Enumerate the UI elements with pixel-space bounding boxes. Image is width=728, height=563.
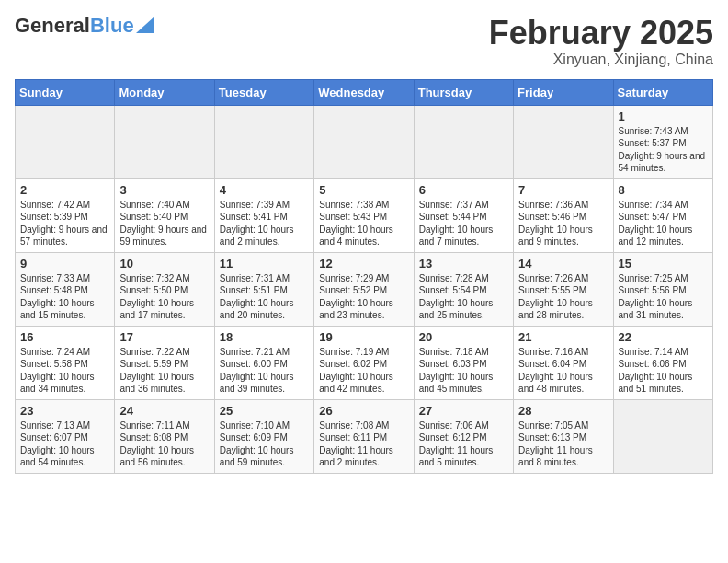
weekday-header: Sunday bbox=[16, 79, 115, 105]
calendar-cell: 12Sunrise: 7:29 AM Sunset: 5:52 PM Dayli… bbox=[314, 252, 414, 326]
calendar-cell: 10Sunrise: 7:32 AM Sunset: 5:50 PM Dayli… bbox=[115, 252, 214, 326]
day-info: Sunrise: 7:37 AM Sunset: 5:44 PM Dayligh… bbox=[419, 199, 508, 248]
calendar-week-row: 9Sunrise: 7:33 AM Sunset: 5:48 PM Daylig… bbox=[16, 252, 713, 326]
day-info: Sunrise: 7:39 AM Sunset: 5:41 PM Dayligh… bbox=[220, 199, 309, 248]
page-header: GeneralBlue February 2025 Xinyuan, Xinji… bbox=[15, 15, 713, 68]
calendar-cell: 5Sunrise: 7:38 AM Sunset: 5:43 PM Daylig… bbox=[314, 178, 414, 252]
day-number: 3 bbox=[119, 183, 209, 197]
day-number: 13 bbox=[419, 257, 508, 270]
day-number: 20 bbox=[419, 330, 508, 344]
day-number: 27 bbox=[419, 404, 508, 418]
day-number: 11 bbox=[220, 257, 309, 270]
day-number: 14 bbox=[518, 257, 608, 270]
calendar-cell: 15Sunrise: 7:25 AM Sunset: 5:56 PM Dayli… bbox=[613, 252, 712, 326]
day-number: 7 bbox=[518, 183, 608, 197]
day-number: 9 bbox=[20, 257, 109, 270]
day-info: Sunrise: 7:08 AM Sunset: 6:11 PM Dayligh… bbox=[319, 419, 408, 469]
day-info: Sunrise: 7:05 AM Sunset: 6:13 PM Dayligh… bbox=[518, 419, 608, 469]
calendar-header-row: SundayMondayTuesdayWednesdayThursdayFrid… bbox=[16, 79, 713, 105]
calendar-week-row: 2Sunrise: 7:42 AM Sunset: 5:39 PM Daylig… bbox=[16, 178, 713, 252]
day-info: Sunrise: 7:43 AM Sunset: 5:37 PM Dayligh… bbox=[619, 125, 708, 175]
day-info: Sunrise: 7:13 AM Sunset: 6:07 PM Dayligh… bbox=[20, 419, 109, 469]
day-number: 26 bbox=[319, 404, 408, 418]
day-number: 5 bbox=[319, 183, 408, 197]
calendar-week-row: 16Sunrise: 7:24 AM Sunset: 5:58 PM Dayli… bbox=[16, 326, 713, 399]
day-info: Sunrise: 7:34 AM Sunset: 5:47 PM Dayligh… bbox=[619, 199, 708, 248]
day-number: 16 bbox=[20, 330, 109, 344]
day-number: 25 bbox=[220, 404, 309, 418]
day-number: 21 bbox=[518, 330, 608, 344]
day-info: Sunrise: 7:18 AM Sunset: 6:03 PM Dayligh… bbox=[419, 346, 508, 396]
calendar-cell: 9Sunrise: 7:33 AM Sunset: 5:48 PM Daylig… bbox=[16, 252, 115, 326]
calendar-cell: 18Sunrise: 7:21 AM Sunset: 6:00 PM Dayli… bbox=[214, 326, 313, 399]
calendar-cell bbox=[414, 105, 513, 178]
day-info: Sunrise: 7:40 AM Sunset: 5:40 PM Dayligh… bbox=[119, 199, 209, 248]
day-number: 1 bbox=[619, 109, 708, 123]
month-title: February 2025 bbox=[489, 15, 713, 52]
weekday-header: Friday bbox=[514, 79, 613, 105]
location: Xinyuan, Xinjiang, China bbox=[489, 52, 713, 68]
calendar-table: SundayMondayTuesdayWednesdayThursdayFrid… bbox=[15, 79, 713, 474]
day-info: Sunrise: 7:06 AM Sunset: 6:12 PM Dayligh… bbox=[419, 419, 508, 469]
day-number: 23 bbox=[20, 404, 109, 418]
weekday-header: Monday bbox=[115, 79, 214, 105]
logo-text: GeneralBlue bbox=[15, 15, 134, 37]
day-info: Sunrise: 7:38 AM Sunset: 5:43 PM Dayligh… bbox=[319, 199, 408, 248]
calendar-cell: 4Sunrise: 7:39 AM Sunset: 5:41 PM Daylig… bbox=[214, 178, 313, 252]
day-number: 15 bbox=[619, 257, 708, 270]
logo-icon bbox=[136, 13, 154, 33]
day-info: Sunrise: 7:28 AM Sunset: 5:54 PM Dayligh… bbox=[419, 272, 508, 322]
calendar-cell: 1Sunrise: 7:43 AM Sunset: 5:37 PM Daylig… bbox=[613, 105, 712, 178]
calendar-cell: 27Sunrise: 7:06 AM Sunset: 6:12 PM Dayli… bbox=[414, 399, 513, 473]
calendar-cell bbox=[314, 105, 414, 178]
weekday-header: Thursday bbox=[414, 79, 513, 105]
calendar-cell bbox=[16, 105, 115, 178]
day-info: Sunrise: 7:19 AM Sunset: 6:02 PM Dayligh… bbox=[319, 346, 408, 396]
day-info: Sunrise: 7:14 AM Sunset: 6:06 PM Dayligh… bbox=[619, 346, 708, 396]
calendar-cell: 19Sunrise: 7:19 AM Sunset: 6:02 PM Dayli… bbox=[314, 326, 414, 399]
calendar-cell: 8Sunrise: 7:34 AM Sunset: 5:47 PM Daylig… bbox=[613, 178, 712, 252]
day-number: 18 bbox=[220, 330, 309, 344]
day-info: Sunrise: 7:24 AM Sunset: 5:58 PM Dayligh… bbox=[20, 346, 109, 396]
day-number: 2 bbox=[20, 183, 109, 197]
calendar-cell: 16Sunrise: 7:24 AM Sunset: 5:58 PM Dayli… bbox=[16, 326, 115, 399]
calendar-cell: 28Sunrise: 7:05 AM Sunset: 6:13 PM Dayli… bbox=[514, 399, 613, 473]
calendar-week-row: 1Sunrise: 7:43 AM Sunset: 5:37 PM Daylig… bbox=[16, 105, 713, 178]
day-info: Sunrise: 7:36 AM Sunset: 5:46 PM Dayligh… bbox=[518, 199, 608, 248]
day-info: Sunrise: 7:32 AM Sunset: 5:50 PM Dayligh… bbox=[119, 272, 209, 322]
calendar-cell: 20Sunrise: 7:18 AM Sunset: 6:03 PM Dayli… bbox=[414, 326, 513, 399]
calendar-cell: 2Sunrise: 7:42 AM Sunset: 5:39 PM Daylig… bbox=[16, 178, 115, 252]
calendar-cell: 23Sunrise: 7:13 AM Sunset: 6:07 PM Dayli… bbox=[16, 399, 115, 473]
logo: GeneralBlue bbox=[15, 15, 154, 37]
calendar-cell bbox=[613, 399, 712, 473]
calendar-cell bbox=[514, 105, 613, 178]
day-info: Sunrise: 7:22 AM Sunset: 5:59 PM Dayligh… bbox=[119, 346, 209, 396]
calendar-cell: 26Sunrise: 7:08 AM Sunset: 6:11 PM Dayli… bbox=[314, 399, 414, 473]
calendar-cell: 21Sunrise: 7:16 AM Sunset: 6:04 PM Dayli… bbox=[514, 326, 613, 399]
calendar-cell: 22Sunrise: 7:14 AM Sunset: 6:06 PM Dayli… bbox=[613, 326, 712, 399]
day-info: Sunrise: 7:42 AM Sunset: 5:39 PM Dayligh… bbox=[20, 199, 109, 248]
day-number: 24 bbox=[119, 404, 209, 418]
calendar-week-row: 23Sunrise: 7:13 AM Sunset: 6:07 PM Dayli… bbox=[16, 399, 713, 473]
day-number: 19 bbox=[319, 330, 408, 344]
calendar-cell: 13Sunrise: 7:28 AM Sunset: 5:54 PM Dayli… bbox=[414, 252, 513, 326]
day-number: 22 bbox=[619, 330, 708, 344]
calendar-cell: 6Sunrise: 7:37 AM Sunset: 5:44 PM Daylig… bbox=[414, 178, 513, 252]
day-info: Sunrise: 7:31 AM Sunset: 5:51 PM Dayligh… bbox=[220, 272, 309, 322]
day-number: 8 bbox=[619, 183, 708, 197]
day-info: Sunrise: 7:10 AM Sunset: 6:09 PM Dayligh… bbox=[220, 419, 309, 469]
day-info: Sunrise: 7:21 AM Sunset: 6:00 PM Dayligh… bbox=[220, 346, 309, 396]
calendar-cell bbox=[214, 105, 313, 178]
day-number: 12 bbox=[319, 257, 408, 270]
calendar-cell: 11Sunrise: 7:31 AM Sunset: 5:51 PM Dayli… bbox=[214, 252, 313, 326]
weekday-header: Wednesday bbox=[314, 79, 414, 105]
day-info: Sunrise: 7:11 AM Sunset: 6:08 PM Dayligh… bbox=[119, 419, 209, 469]
day-info: Sunrise: 7:26 AM Sunset: 5:55 PM Dayligh… bbox=[518, 272, 608, 322]
day-number: 6 bbox=[419, 183, 508, 197]
calendar-cell: 3Sunrise: 7:40 AM Sunset: 5:40 PM Daylig… bbox=[115, 178, 214, 252]
calendar-cell: 14Sunrise: 7:26 AM Sunset: 5:55 PM Dayli… bbox=[514, 252, 613, 326]
svg-marker-0 bbox=[136, 17, 154, 33]
day-number: 4 bbox=[220, 183, 309, 197]
day-number: 17 bbox=[119, 330, 209, 344]
calendar-cell: 25Sunrise: 7:10 AM Sunset: 6:09 PM Dayli… bbox=[214, 399, 313, 473]
